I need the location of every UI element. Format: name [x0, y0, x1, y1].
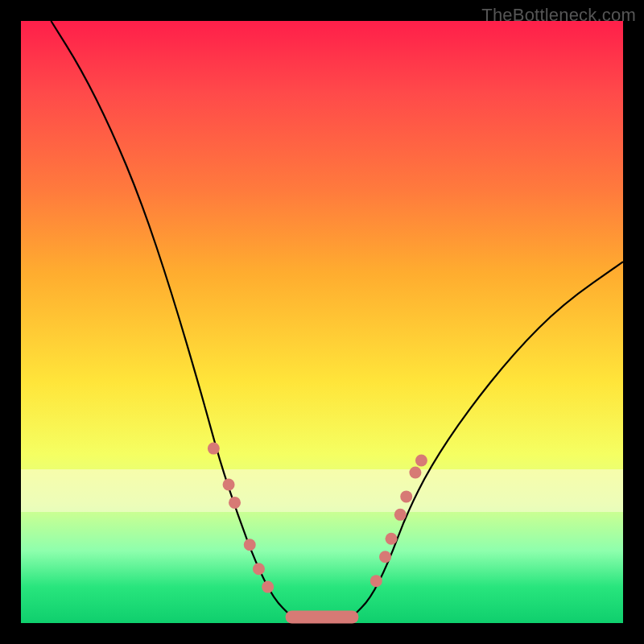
- dots-right: [370, 455, 427, 588]
- data-dot: [253, 563, 265, 575]
- data-dot: [409, 467, 421, 479]
- right-curve: [352, 262, 623, 617]
- data-dot: [223, 478, 235, 490]
- data-dot: [379, 551, 391, 563]
- chart-frame: TheBottleneck.com: [0, 0, 644, 644]
- chart-overlay: [21, 21, 623, 623]
- data-dot: [208, 443, 220, 455]
- data-dot: [415, 455, 427, 467]
- data-dot: [400, 490, 412, 502]
- data-dot: [262, 581, 274, 593]
- data-dot: [370, 575, 382, 587]
- data-dot: [244, 539, 256, 551]
- left-curve: [51, 21, 291, 617]
- data-dot: [394, 509, 407, 521]
- dots-left: [208, 443, 274, 593]
- plot-area: [21, 21, 623, 623]
- data-dot: [229, 497, 241, 509]
- data-dot: [386, 533, 398, 545]
